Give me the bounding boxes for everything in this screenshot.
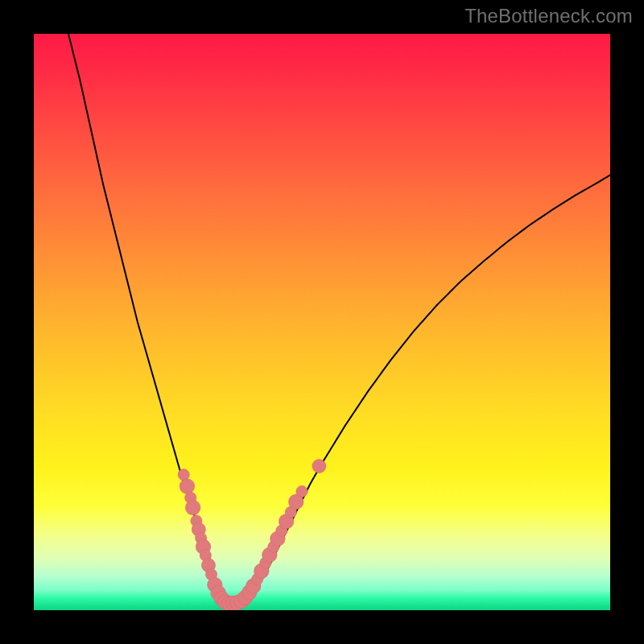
data-marker <box>312 459 326 473</box>
data-marker <box>180 479 195 494</box>
data-marker <box>296 485 308 497</box>
chart-frame: TheBottleneck.com <box>0 0 644 644</box>
plot-area <box>34 34 610 610</box>
curve-layer <box>34 34 610 610</box>
watermark-text: TheBottleneck.com <box>464 5 633 27</box>
bottleneck-curve <box>68 34 610 603</box>
data-marker <box>185 500 200 515</box>
marker-group <box>178 459 326 610</box>
